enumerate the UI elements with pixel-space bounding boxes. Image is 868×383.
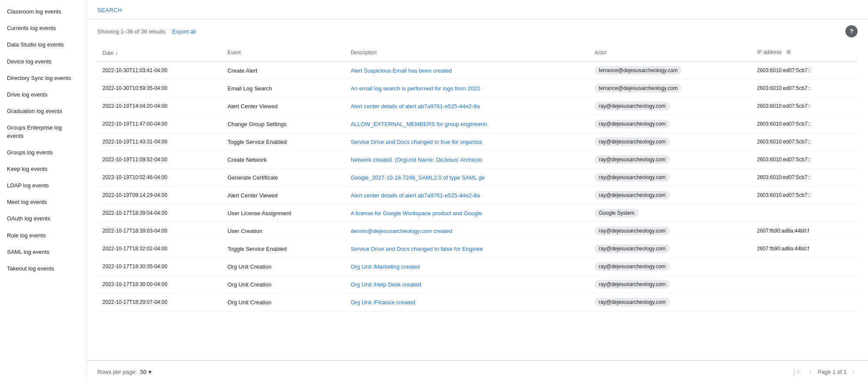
cell-date: 2022-10-19T09:14:29-04:00 (97, 187, 222, 204)
cell-ip: 2607:fb90:ad8a:44b0:f (752, 240, 858, 258)
cell-event: User Creation (222, 222, 345, 240)
cell-date: 2022-10-19T10:02:46-04:00 (97, 169, 222, 187)
table-row: 2022-10-30T10:59:35-04:00Email Log Searc… (97, 80, 858, 97)
cell-date: 2022-10-19T11:43:31-04:00 (97, 133, 222, 151)
main-content: SEARCH Showing 1–36 of 36 results Export… (87, 0, 868, 383)
sidebar-item-drive[interactable]: Drive log events (0, 87, 86, 103)
sidebar-item-currents[interactable]: Currents log events (0, 20, 86, 37)
cell-description[interactable]: Org Unit /Help Desk created (345, 276, 589, 293)
col-actor-label: Actor (594, 50, 607, 56)
chevron-down-icon[interactable]: ▾ (149, 369, 152, 375)
actor-badge: ray@dejesusarcheology.com (594, 120, 670, 128)
table-row: 2022-10-19T10:02:46-04:00Generate Certif… (97, 169, 858, 187)
table-row: 2022-10-19T11:47:00-04:00Change Group Se… (97, 115, 858, 133)
cell-description[interactable]: Network created. (OrgUnit Name: DeJesus'… (345, 151, 589, 169)
cell-actor: ray@dejesusarcheology.com (589, 222, 752, 240)
cell-description[interactable]: ALLOW_EXTERNAL_MEMBERS for group enginee… (345, 115, 589, 133)
table-row: 2022-10-17T18:30:00-04:00Org Unit Creati… (97, 276, 858, 293)
sidebar-item-groupsenterprise[interactable]: Groups Enterprise log events (0, 120, 86, 144)
cell-ip (752, 276, 858, 293)
sidebar-item-oauth[interactable]: OAuth log events (0, 210, 86, 227)
col-date: Date ↓ (97, 43, 222, 62)
prev-page-button[interactable]: ‹ (807, 366, 814, 378)
table-container: Date ↓ Event Description Actor IP addres… (87, 43, 868, 360)
actor-badge: ray@dejesusarcheology.com (594, 280, 670, 289)
actor-badge: ray@dejesusarcheology.com (594, 191, 670, 200)
col-event-label: Event (228, 50, 241, 56)
sidebar-item-keep[interactable]: Keep log events (0, 161, 86, 177)
table-footer: Rows per page: 50 ▾ ❘< ‹ Page 1 of 1 › (87, 360, 868, 383)
cell-ip: 2603:6010:ed07:5cb7:: (752, 97, 858, 115)
cell-actor: terrance@dejesusarcheology.com (589, 62, 752, 80)
cell-description[interactable]: Alert Suspicious Email has been created (345, 62, 589, 80)
cell-description[interactable]: dennis@dejesusarcheology.com created (345, 222, 589, 240)
cell-event: Org Unit Creation (222, 276, 345, 293)
cell-ip (752, 204, 858, 222)
sort-icon[interactable]: ↓ (115, 49, 118, 56)
actor-badge: Google System (594, 209, 639, 217)
rows-per-page-label: Rows per page: (97, 369, 137, 375)
actor-badge: ray@dejesusarcheology.com (594, 137, 670, 146)
cell-event: Org Unit Creation (222, 293, 345, 311)
cell-description[interactable]: Service Drive and Docs changed to true f… (345, 133, 589, 151)
cell-event: Generate Certificate (222, 169, 345, 187)
cell-actor: ray@dejesusarcheology.com (589, 258, 752, 276)
cell-date: 2022-10-19T11:47:00-04:00 (97, 115, 222, 133)
cell-date: 2022-10-19T11:09:52-04:00 (97, 151, 222, 169)
cell-description[interactable]: Service Drive and Docs changed to false … (345, 240, 589, 258)
sidebar-item-rule[interactable]: Rule log events (0, 227, 86, 244)
first-page-button[interactable]: ❘< (789, 366, 803, 378)
actor-badge: terrance@dejesusarcheology.com (594, 66, 682, 75)
cell-description[interactable]: Org Unit /Marketing created (345, 258, 589, 276)
cell-actor: ray@dejesusarcheology.com (589, 240, 752, 258)
sidebar-item-graduation[interactable]: Graduation log events (0, 103, 86, 120)
cell-description[interactable]: A license for Google Workspace product a… (345, 204, 589, 222)
export-all-link[interactable]: Export all (172, 28, 196, 35)
sidebar-item-groups[interactable]: Groups log events (0, 144, 86, 161)
cell-event: Create Network (222, 151, 345, 169)
header-row: Date ↓ Event Description Actor IP addres… (97, 43, 858, 62)
cell-ip: 2603:6010:ed07:5cb7:: (752, 151, 858, 169)
settings-icon[interactable]: ⚙ (784, 48, 793, 57)
sidebar-item-classroom[interactable]: Classroom log events (0, 3, 86, 20)
sidebar-item-saml[interactable]: SAML log events (0, 244, 86, 260)
rows-per-page-value: 50 (140, 369, 146, 375)
col-ip-label: IP address (757, 49, 782, 55)
table-row: 2022-10-19T11:09:52-04:00Create NetworkN… (97, 151, 858, 169)
col-date-label: Date (102, 50, 113, 56)
cell-description[interactable]: An email log search is performed for log… (345, 80, 589, 97)
sidebar-item-ldap[interactable]: LDAP log events (0, 177, 86, 194)
cell-actor: ray@dejesusarcheology.com (589, 293, 752, 311)
rows-per-page-select[interactable]: 50 ▾ (140, 369, 151, 375)
cell-actor: ray@dejesusarcheology.com (589, 187, 752, 204)
sidebar-item-device[interactable]: Device log events (0, 53, 86, 70)
table-row: 2022-10-30T11:03:41-04:00Create AlertAle… (97, 62, 858, 80)
rows-per-page-section: Rows per page: 50 ▾ (97, 369, 152, 375)
cell-date: 2022-10-17T18:39:03-04:00 (97, 222, 222, 240)
cell-actor: ray@dejesusarcheology.com (589, 169, 752, 187)
cell-description[interactable]: Google_2027-10-18-7246_SAML2.0 of type S… (345, 169, 589, 187)
sidebar-item-datastudio[interactable]: Data Studio log events (0, 37, 86, 53)
sidebar-item-takeout[interactable]: Takeout log events (0, 260, 86, 277)
cell-ip: 2603:6010:ed07:5cb7:: (752, 80, 858, 97)
table-row: 2022-10-19T14:04:20-04:00Alert Center Vi… (97, 97, 858, 115)
sidebar-item-directorysync[interactable]: Directory Sync log events (0, 70, 86, 87)
cell-ip: 2603:6010:ed07:5cb7:: (752, 133, 858, 151)
cell-ip (752, 293, 858, 311)
sidebar-item-meet[interactable]: Meet log events (0, 194, 86, 210)
help-button[interactable]: ? (845, 25, 858, 37)
cell-description[interactable]: Org Unit /Finance created (345, 293, 589, 311)
cell-event: Alert Center Viewed (222, 97, 345, 115)
cell-date: 2022-10-30T11:03:41-04:00 (97, 62, 222, 80)
col-actor: Actor (589, 43, 752, 62)
cell-description[interactable]: Alert center details of alert ab7a9761-e… (345, 97, 589, 115)
table-header: Date ↓ Event Description Actor IP addres… (97, 43, 858, 62)
cell-ip: 2607:fb90:ad8a:44b0:f (752, 222, 858, 240)
cell-description[interactable]: Alert center details of alert ab7a9761-e… (345, 187, 589, 204)
col-event: Event (222, 43, 345, 62)
page-info: Page 1 of 1 (818, 369, 847, 375)
cell-event: Org Unit Creation (222, 258, 345, 276)
next-page-button[interactable]: › (850, 366, 858, 378)
cell-date: 2022-10-19T14:04:20-04:00 (97, 97, 222, 115)
table-row: 2022-10-19T11:43:31-04:00Toggle Service … (97, 133, 858, 151)
